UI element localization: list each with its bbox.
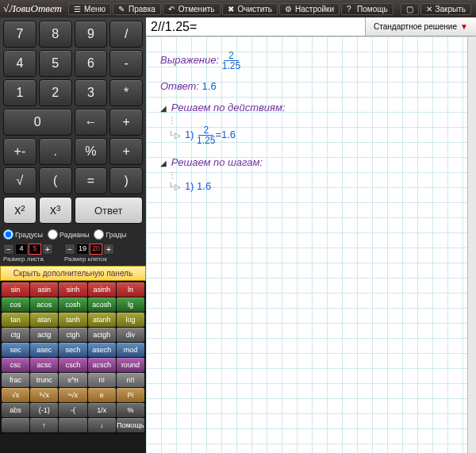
func-bottom[interactable] [2, 418, 29, 432]
key-minus[interactable]: - [109, 50, 143, 77]
key-2[interactable]: 2 [39, 79, 72, 106]
func-(-1)[interactable]: (-1) [30, 403, 58, 417]
func-abs[interactable]: abs [2, 403, 29, 417]
key-x2[interactable]: x² [3, 197, 36, 224]
radio-deg[interactable]: Градусы [3, 229, 43, 240]
menu-edit[interactable]: ✎Правка [113, 3, 161, 15]
func-e[interactable]: e [88, 388, 116, 402]
scrollbar[interactable] [467, 36, 476, 453]
sheet-b[interactable]: 5 [29, 244, 41, 255]
radio-rad[interactable]: Радианы [48, 229, 89, 240]
func-round[interactable]: round [117, 358, 144, 372]
key-eq[interactable]: = [75, 167, 108, 194]
func-asech[interactable]: asech [88, 343, 116, 357]
func-bottom[interactable] [59, 418, 86, 432]
func-tan[interactable]: tan [2, 313, 29, 327]
collapse-icon[interactable]: ◢ [160, 159, 167, 167]
func-acos[interactable]: acos [30, 298, 58, 312]
key-0[interactable]: 0 [3, 109, 72, 136]
func-Pi[interactable]: Pi [117, 388, 144, 402]
func-asin[interactable]: asin [30, 282, 58, 297]
func-acosh[interactable]: acosh [88, 298, 116, 312]
func-sech[interactable]: sech [59, 343, 86, 357]
func-x^n[interactable]: x^n [59, 373, 86, 387]
hide-panel-button[interactable]: Скрыть дополнительную панель [0, 266, 146, 281]
menu-settings[interactable]: ⚙Настройки [279, 3, 340, 15]
func-frac[interactable]: frac [2, 373, 29, 387]
key-plus[interactable]: + [109, 109, 143, 136]
radio-grad[interactable]: Грады [94, 229, 126, 240]
func-sec[interactable]: sec [2, 343, 29, 357]
func-tanh[interactable]: tanh [59, 313, 86, 327]
sheet-minus[interactable]: − [3, 244, 14, 255]
func-csc[interactable]: csc [2, 358, 29, 372]
key-4[interactable]: 4 [3, 50, 36, 77]
func-n!![interactable]: n!! [117, 373, 144, 387]
key-8[interactable]: 8 [39, 21, 72, 48]
func-ctg[interactable]: ctg [2, 328, 29, 342]
func-sin[interactable]: sin [2, 282, 29, 297]
func-csch[interactable]: csch [59, 358, 86, 372]
key-9[interactable]: 9 [75, 21, 108, 48]
collapse-icon[interactable]: ◢ [160, 104, 167, 113]
key-7[interactable]: 7 [3, 21, 36, 48]
cell-a[interactable]: 19 [76, 244, 89, 255]
func-bottom[interactable]: ↑ [30, 418, 58, 432]
expression-input[interactable] [146, 17, 365, 36]
func-bottom[interactable]: ↓ [88, 418, 116, 432]
key-dot[interactable]: . [39, 138, 72, 165]
key-answer[interactable]: Ответ [75, 197, 144, 224]
key-lp[interactable]: ( [39, 167, 72, 194]
sheet-plus[interactable]: + [42, 244, 53, 255]
func-n![interactable]: n! [88, 373, 116, 387]
menu-clear[interactable]: ✖Очистить [222, 3, 278, 15]
func-lg[interactable]: lg [117, 298, 144, 312]
close-button[interactable]: ✕Закрыть [420, 3, 471, 15]
menu-help[interactable]: ?Помощь [341, 3, 393, 15]
func-trunc[interactable]: trunc [30, 373, 58, 387]
key-5[interactable]: 5 [39, 50, 72, 77]
func-mod[interactable]: mod [117, 343, 144, 357]
func-div[interactable]: div [117, 328, 144, 342]
sheet-a[interactable]: 4 [15, 244, 28, 255]
key-div[interactable]: / [109, 21, 143, 48]
func-√x[interactable]: √x [2, 388, 29, 402]
func-ⁿ√x[interactable]: ⁿ√x [59, 388, 86, 402]
key-pct[interactable]: % [75, 138, 108, 165]
func-%[interactable]: % [117, 403, 144, 417]
func--([interactable]: -( [59, 403, 86, 417]
func-ctgh[interactable]: ctgh [59, 328, 86, 342]
key-mul[interactable]: * [109, 79, 143, 106]
cell-minus[interactable]: − [64, 244, 75, 255]
key-x3[interactable]: x³ [39, 197, 72, 224]
func-actgh[interactable]: actgh [88, 328, 116, 342]
func-asinh[interactable]: asinh [88, 282, 116, 297]
minimize-button[interactable]: ▢ [401, 3, 419, 15]
key-sqrt[interactable]: √ [3, 167, 36, 194]
key-6[interactable]: 6 [75, 50, 108, 77]
key-3[interactable]: 3 [75, 79, 108, 106]
menu-undo[interactable]: ↶Отменить [163, 3, 221, 15]
func-1/x[interactable]: 1/x [88, 403, 116, 417]
func-asec[interactable]: asec [30, 343, 58, 357]
func-sinh[interactable]: sinh [59, 282, 86, 297]
key-pm[interactable]: +- [3, 138, 36, 165]
key-back[interactable]: ← [75, 109, 108, 136]
cell-b[interactable]: 20 [90, 244, 102, 255]
func-cos[interactable]: cos [2, 298, 29, 312]
func-atanh[interactable]: atanh [88, 313, 116, 327]
func-acsc[interactable]: acsc [30, 358, 58, 372]
mode-dropdown[interactable]: Стандартное решение ▼ [365, 17, 476, 36]
key-1[interactable]: 1 [3, 79, 36, 106]
menu-main[interactable]: ☰Меню [68, 3, 111, 15]
func-acsch[interactable]: acsch [88, 358, 116, 372]
key-rp[interactable]: ) [109, 167, 143, 194]
func-atan[interactable]: atan [30, 313, 58, 327]
func-ln[interactable]: ln [117, 282, 144, 297]
func-log[interactable]: log [117, 313, 144, 327]
cell-plus[interactable]: + [103, 244, 114, 255]
func-bottom[interactable]: Помощь [117, 418, 144, 432]
func-cosh[interactable]: cosh [59, 298, 86, 312]
func-actg[interactable]: actg [30, 328, 58, 342]
func-³√x[interactable]: ³√x [30, 388, 58, 402]
